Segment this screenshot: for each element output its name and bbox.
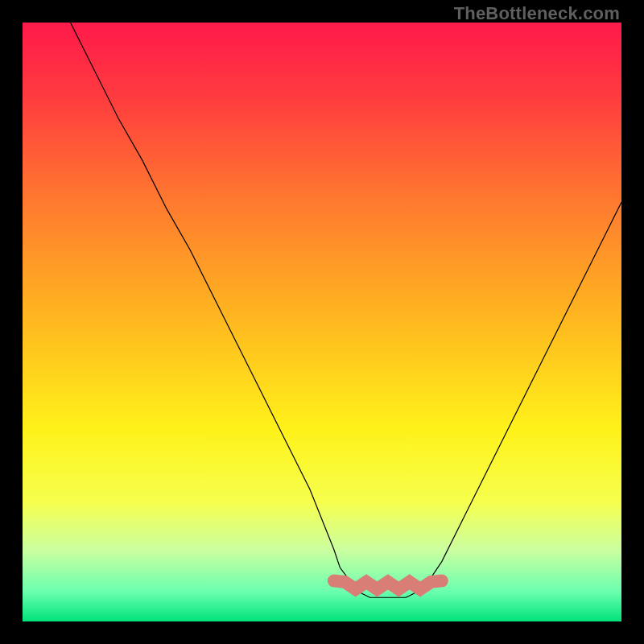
- bottleneck-chart: [23, 23, 621, 621]
- chart-frame: [23, 23, 621, 621]
- gradient-background: [23, 23, 621, 621]
- watermark-text: TheBottleneck.com: [454, 3, 620, 24]
- optimal-range-marker: [334, 580, 442, 588]
